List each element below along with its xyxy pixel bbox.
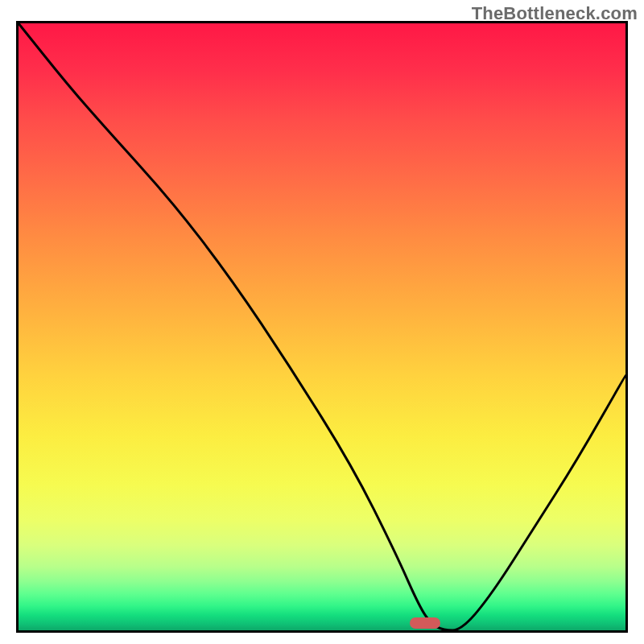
gradient-background [19, 23, 625, 630]
watermark-label: TheBottleneck.com [472, 3, 638, 24]
plot-area [16, 21, 628, 633]
optimal-marker [410, 617, 440, 629]
chart-container: TheBottleneck.com [0, 0, 644, 644]
